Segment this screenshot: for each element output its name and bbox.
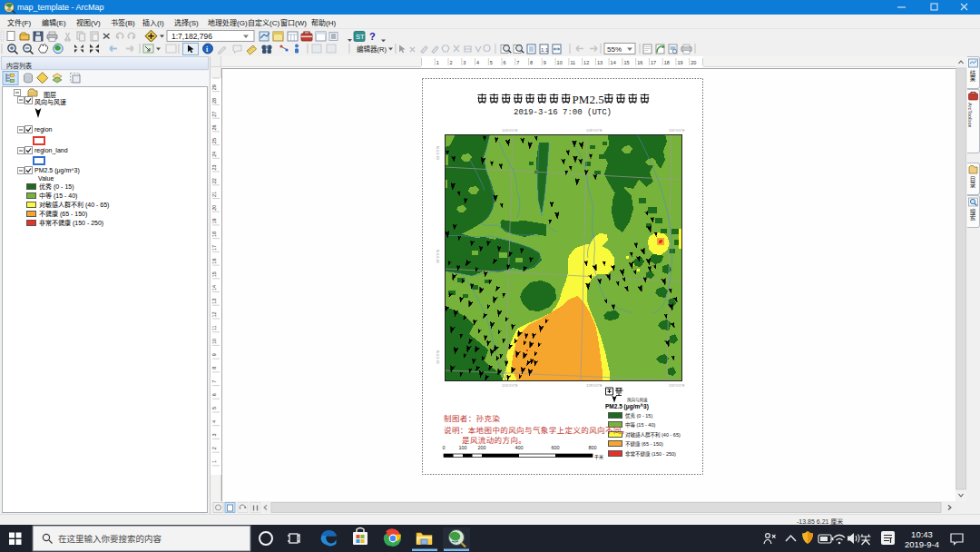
svg-text:6: 6 xyxy=(504,60,506,65)
svg-text:?: ? xyxy=(369,31,376,42)
svg-text:20: 20 xyxy=(691,60,696,65)
svg-text:600: 600 xyxy=(551,445,559,450)
svg-text:11: 11 xyxy=(570,60,575,65)
svg-text:20: 20 xyxy=(211,205,217,211)
svg-text:10: 10 xyxy=(557,60,563,65)
svg-text:28: 28 xyxy=(211,98,217,104)
svg-text:1:1: 1:1 xyxy=(541,47,549,53)
svg-text:1:7,182,796: 1:7,182,796 xyxy=(172,32,212,41)
svg-text:8: 8 xyxy=(211,367,217,370)
svg-text:14: 14 xyxy=(611,60,616,65)
svg-text:10: 10 xyxy=(211,339,217,344)
svg-text:0: 0 xyxy=(442,445,445,450)
svg-text:9: 9 xyxy=(211,353,217,356)
svg-text:12: 12 xyxy=(211,311,217,317)
svg-text:15: 15 xyxy=(211,271,217,277)
svg-text:4: 4 xyxy=(211,420,217,423)
svg-text:10:43: 10:43 xyxy=(911,529,933,539)
svg-text:22: 22 xyxy=(211,178,217,183)
svg-text:编辑器(R): 编辑器(R) xyxy=(357,44,387,54)
svg-text:2: 2 xyxy=(450,60,453,65)
svg-text:800: 800 xyxy=(588,445,596,450)
svg-text:ST: ST xyxy=(356,33,365,41)
svg-text:29: 29 xyxy=(211,84,217,90)
svg-text:4: 4 xyxy=(476,60,479,65)
svg-text:千米: 千米 xyxy=(594,454,603,460)
svg-text:18: 18 xyxy=(211,232,217,237)
svg-text:24: 24 xyxy=(211,152,217,157)
svg-text:2: 2 xyxy=(211,447,217,449)
svg-text:200: 200 xyxy=(477,445,485,450)
svg-text:25: 25 xyxy=(211,138,217,143)
svg-text:14: 14 xyxy=(211,285,217,291)
svg-text:15: 15 xyxy=(623,60,629,65)
svg-text:100: 100 xyxy=(458,445,466,450)
svg-text:23: 23 xyxy=(211,164,217,170)
svg-text:26: 26 xyxy=(211,124,217,130)
svg-text:1: 1 xyxy=(436,60,439,65)
svg-text:6: 6 xyxy=(211,393,217,396)
svg-text:19: 19 xyxy=(677,60,682,65)
svg-text:21: 21 xyxy=(211,192,217,197)
svg-text:在这里输入你要搜索的内容: 在这里输入你要搜索的内容 xyxy=(58,534,162,544)
svg-text:17: 17 xyxy=(651,60,656,65)
svg-text:13: 13 xyxy=(597,60,603,65)
svg-text:16: 16 xyxy=(637,60,642,65)
svg-text:13: 13 xyxy=(211,299,217,304)
svg-text:12: 12 xyxy=(583,60,589,65)
svg-text:PM2.5: PM2.5 xyxy=(573,93,604,106)
svg-text:27: 27 xyxy=(211,112,217,117)
svg-text:400: 400 xyxy=(514,445,523,450)
svg-text:19: 19 xyxy=(211,218,217,223)
svg-text:3: 3 xyxy=(463,60,466,65)
svg-text:11: 11 xyxy=(211,325,217,330)
svg-text:7: 7 xyxy=(516,60,519,65)
svg-text:5: 5 xyxy=(490,60,493,65)
svg-text:16: 16 xyxy=(211,259,217,264)
svg-text:9: 9 xyxy=(544,60,546,65)
svg-text:55%: 55% xyxy=(607,45,622,54)
svg-text:3: 3 xyxy=(211,433,217,436)
svg-text:8: 8 xyxy=(530,60,533,65)
svg-text:18: 18 xyxy=(664,60,670,65)
svg-text:2019-9-4: 2019-9-4 xyxy=(905,539,939,549)
svg-text:1: 1 xyxy=(211,460,217,463)
svg-text:17: 17 xyxy=(211,245,217,251)
svg-text:5: 5 xyxy=(211,407,217,409)
svg-text:7: 7 xyxy=(211,380,217,383)
